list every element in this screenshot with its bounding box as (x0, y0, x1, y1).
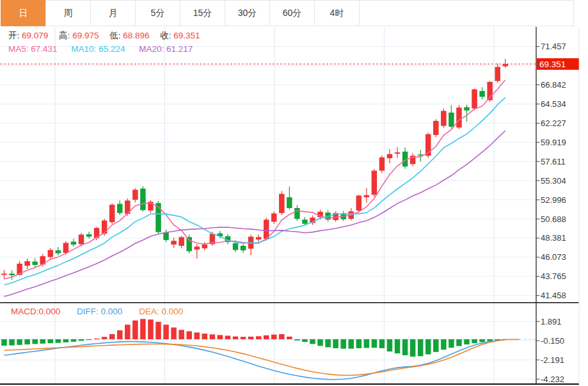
candle-body (387, 154, 393, 158)
price-axis: 71.45766.84264.53462.22759.91957.61155.3… (536, 27, 566, 384)
ma20-legend: MA20: 61.217 (139, 44, 193, 54)
candle-body (195, 246, 200, 250)
ma5-legend: MA5: 67.431 (8, 44, 58, 54)
trading-chart-app: 日 周 月 5分 15分 30分 60分 4时 开: 69.079 高: 69.… (0, 0, 588, 386)
ma5-line (4, 80, 505, 279)
tab-60min[interactable]: 60分 (269, 0, 315, 26)
close-value: 69.351 (173, 31, 200, 40)
candle-body (79, 234, 84, 244)
candle-body (163, 232, 168, 240)
axis-tick-label: 41.458 (541, 291, 566, 300)
candle-body (302, 220, 308, 223)
candle-body (441, 111, 447, 125)
axis-tick-label: 62.227 (541, 118, 566, 128)
candle-body (56, 250, 61, 253)
high-value: 69.975 (72, 31, 99, 40)
candle-body (279, 194, 285, 213)
candle-body (449, 113, 454, 127)
candle-body (179, 237, 184, 246)
candle-body (32, 262, 38, 265)
tab-bar-filler (359, 0, 574, 26)
price-badge: 69.351 (537, 58, 579, 70)
macd-legend: MACD:0.000 DIFF: 0.000 DEA: 0.000 (11, 307, 183, 316)
ma10-line (4, 97, 505, 285)
close-label: 收: (160, 31, 171, 40)
ohlc-readout: 开: 69.079 高: 69.975 低: 68.896 收: 69.351 (8, 30, 209, 42)
candle-body (186, 237, 192, 251)
open-label: 开: (8, 31, 19, 40)
axis-tick-label: 1.891 (541, 317, 562, 326)
ma10-legend: MA10: 65.224 (71, 44, 125, 54)
candle-body (140, 189, 146, 211)
candle-body (464, 107, 470, 110)
axis-tick-label: 43.765 (541, 271, 566, 281)
axis-tick-label: 59.919 (541, 138, 566, 147)
candle-body (472, 90, 477, 109)
candle-body (395, 152, 401, 154)
candle-body (479, 91, 485, 97)
candle-body (109, 205, 115, 222)
tab-5min[interactable]: 5分 (135, 0, 180, 26)
candle-body (364, 195, 370, 197)
axis-tick-label: -0.150 (541, 336, 564, 346)
axis-tick-label: 48.381 (541, 233, 566, 243)
current-price-label: 69.351 (539, 60, 566, 69)
low-label: 低: (109, 31, 120, 40)
candle-body (9, 273, 14, 275)
tab-week[interactable]: 周 (45, 0, 91, 26)
axis-tick-label: 46.073 (541, 252, 566, 262)
candle-body (294, 208, 300, 219)
axis-tick-label: 71.457 (541, 42, 566, 51)
candle-body (264, 220, 269, 239)
candle-body (287, 197, 292, 208)
candle-body (117, 204, 123, 213)
tab-30min[interactable]: 30分 (225, 0, 270, 26)
tab-month[interactable]: 月 (90, 0, 136, 26)
period-tab-bar: 日 周 月 5分 15分 30分 60分 4时 (1, 0, 574, 27)
axis-tick-label: -2.191 (541, 355, 564, 365)
candle-body (233, 243, 239, 250)
candle-body (24, 261, 30, 266)
axis-tick-label: 52.996 (541, 195, 566, 205)
axis-tick-label: 50.688 (541, 214, 566, 224)
axis-tick-label: 64.534 (541, 99, 566, 109)
axis-tick-label: 66.842 (541, 80, 566, 90)
candle-body (86, 234, 92, 237)
high-label: 高: (59, 31, 70, 40)
candle-body (271, 213, 277, 221)
dea-value: DEA: 0.000 (139, 307, 183, 316)
diff-value: DIFF: 0.000 (77, 307, 122, 316)
grid-layer (0, 27, 536, 384)
axis-tick-label: 55.304 (541, 176, 566, 186)
candle-body (48, 250, 54, 257)
candle-body (171, 241, 177, 245)
candle-body (495, 67, 500, 81)
candle-body (63, 243, 69, 253)
macd-value: MACD:0.000 (11, 307, 60, 316)
kline-macd-chart[interactable]: 71.45766.84264.53462.22759.91957.61155.3… (0, 27, 588, 386)
candle-body (241, 246, 246, 250)
candle-body (132, 189, 138, 200)
candle-body (379, 157, 385, 171)
candle-body (356, 196, 362, 211)
ma-legend: MA5: 67.431 MA10: 65.224 MA20: 61.217 (8, 44, 193, 54)
open-value: 69.079 (22, 31, 48, 40)
macd-histogram (1, 319, 508, 357)
candle-body (372, 171, 377, 195)
candle-body (433, 121, 439, 135)
tab-15min[interactable]: 15分 (180, 0, 225, 26)
tab-day[interactable]: 日 (1, 0, 46, 26)
candle-body (71, 242, 77, 245)
candle-body (102, 220, 107, 234)
candle-body (456, 108, 462, 127)
axis-tick-label: -4.232 (541, 374, 564, 384)
candle-body (256, 237, 262, 239)
low-value: 68.896 (123, 31, 149, 40)
candle-body (1, 273, 7, 275)
tab-4hour[interactable]: 4时 (314, 0, 360, 26)
candle-body (202, 245, 208, 248)
axis-tick-label: 57.611 (541, 157, 566, 166)
